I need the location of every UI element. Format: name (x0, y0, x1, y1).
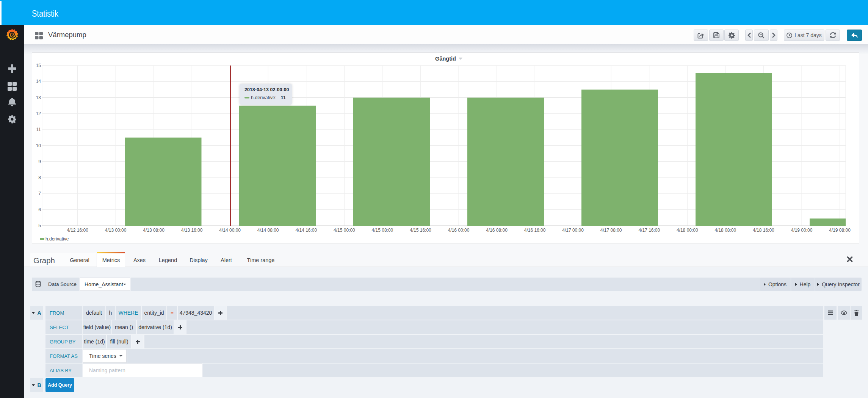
svg-text:6: 6 (38, 207, 41, 212)
svg-text:4/17 00:00: 4/17 00:00 (562, 228, 584, 233)
svg-text:4/15 16:00: 4/15 16:00 (410, 228, 431, 233)
svg-text:5: 5 (38, 223, 41, 228)
svg-text:h.derivative: h.derivative (45, 236, 69, 242)
svg-text:4/15 00:00: 4/15 00:00 (334, 228, 355, 233)
svg-text:4/19 00:00: 4/19 00:00 (791, 228, 813, 233)
svg-text:13: 13 (36, 95, 41, 100)
svg-text:4/16 08:00: 4/16 08:00 (486, 228, 508, 233)
svg-text:4/13 08:00: 4/13 08:00 (143, 228, 165, 233)
svg-text:8: 8 (38, 175, 41, 180)
svg-text:4/13 00:00: 4/13 00:00 (105, 228, 127, 233)
svg-text:4/14 00:00: 4/14 00:00 (219, 228, 241, 233)
svg-text:4/17 16:00: 4/17 16:00 (638, 228, 660, 233)
svg-text:4/16 16:00: 4/16 16:00 (524, 228, 546, 233)
svg-text:4/16 00:00: 4/16 00:00 (448, 228, 470, 233)
svg-text:4/18 08:00: 4/18 08:00 (714, 228, 736, 233)
svg-text:4/14 08:00: 4/14 08:00 (257, 228, 279, 233)
svg-text:4/18 16:00: 4/18 16:00 (753, 228, 774, 233)
svg-text:4/12 16:00: 4/12 16:00 (67, 228, 88, 233)
svg-text:15: 15 (36, 63, 41, 68)
svg-text:14: 14 (36, 79, 41, 84)
svg-text:4/17 08:00: 4/17 08:00 (600, 228, 622, 233)
svg-text:4/13 16:00: 4/13 16:00 (181, 228, 203, 233)
svg-text:4/15 08:00: 4/15 08:00 (372, 228, 393, 233)
svg-text:7: 7 (38, 191, 41, 196)
svg-text:4/18 00:00: 4/18 00:00 (677, 228, 698, 233)
svg-text:10: 10 (36, 143, 41, 148)
svg-text:11: 11 (36, 127, 41, 132)
svg-text:4/14 16:00: 4/14 16:00 (295, 228, 317, 233)
svg-text:4/19 08:00: 4/19 08:00 (829, 228, 851, 233)
svg-text:9: 9 (38, 159, 41, 164)
svg-text:12: 12 (36, 111, 41, 116)
